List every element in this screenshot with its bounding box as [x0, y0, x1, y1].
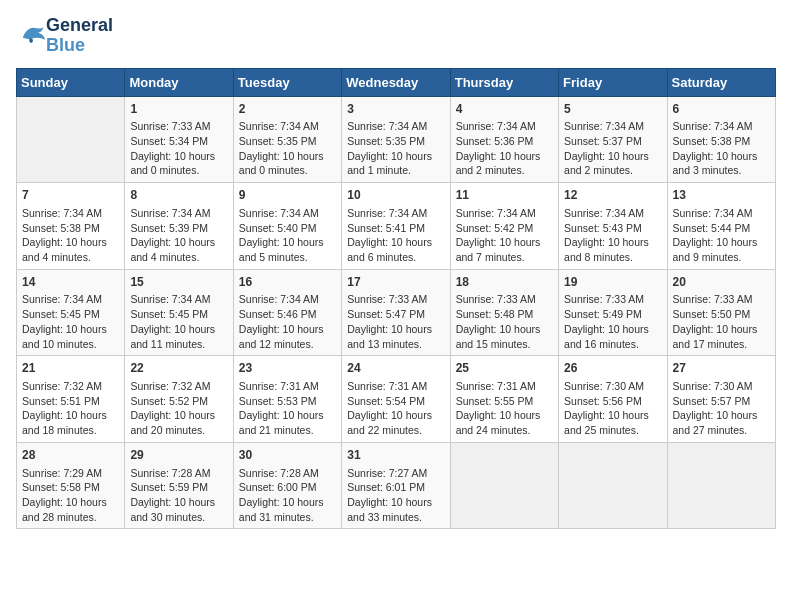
day-number: 1: [130, 101, 227, 118]
day-number: 6: [673, 101, 770, 118]
day-info: Sunrise: 7:34 AM Sunset: 5:38 PM Dayligh…: [673, 119, 770, 178]
calendar-cell: 6Sunrise: 7:34 AM Sunset: 5:38 PM Daylig…: [667, 96, 775, 183]
calendar-cell: 22Sunrise: 7:32 AM Sunset: 5:52 PM Dayli…: [125, 356, 233, 443]
calendar-cell: 1Sunrise: 7:33 AM Sunset: 5:34 PM Daylig…: [125, 96, 233, 183]
weekday-header-sunday: Sunday: [17, 68, 125, 96]
calendar-week-row: 28Sunrise: 7:29 AM Sunset: 5:58 PM Dayli…: [17, 442, 776, 529]
calendar-table: SundayMondayTuesdayWednesdayThursdayFrid…: [16, 68, 776, 530]
calendar-cell: 25Sunrise: 7:31 AM Sunset: 5:55 PM Dayli…: [450, 356, 558, 443]
calendar-cell: 19Sunrise: 7:33 AM Sunset: 5:49 PM Dayli…: [559, 269, 667, 356]
day-number: 23: [239, 360, 336, 377]
day-info: Sunrise: 7:32 AM Sunset: 5:51 PM Dayligh…: [22, 379, 119, 438]
day-info: Sunrise: 7:34 AM Sunset: 5:38 PM Dayligh…: [22, 206, 119, 265]
weekday-header-tuesday: Tuesday: [233, 68, 341, 96]
calendar-cell: 20Sunrise: 7:33 AM Sunset: 5:50 PM Dayli…: [667, 269, 775, 356]
calendar-cell: 4Sunrise: 7:34 AM Sunset: 5:36 PM Daylig…: [450, 96, 558, 183]
day-number: 3: [347, 101, 444, 118]
day-info: Sunrise: 7:29 AM Sunset: 5:58 PM Dayligh…: [22, 466, 119, 525]
calendar-cell: 21Sunrise: 7:32 AM Sunset: 5:51 PM Dayli…: [17, 356, 125, 443]
calendar-week-row: 1Sunrise: 7:33 AM Sunset: 5:34 PM Daylig…: [17, 96, 776, 183]
calendar-cell: 12Sunrise: 7:34 AM Sunset: 5:43 PM Dayli…: [559, 183, 667, 270]
weekday-header-wednesday: Wednesday: [342, 68, 450, 96]
day-number: 5: [564, 101, 661, 118]
calendar-cell: 2Sunrise: 7:34 AM Sunset: 5:35 PM Daylig…: [233, 96, 341, 183]
day-info: Sunrise: 7:28 AM Sunset: 6:00 PM Dayligh…: [239, 466, 336, 525]
calendar-cell: 23Sunrise: 7:31 AM Sunset: 5:53 PM Dayli…: [233, 356, 341, 443]
day-number: 2: [239, 101, 336, 118]
day-info: Sunrise: 7:34 AM Sunset: 5:44 PM Dayligh…: [673, 206, 770, 265]
day-info: Sunrise: 7:31 AM Sunset: 5:53 PM Dayligh…: [239, 379, 336, 438]
calendar-cell: 29Sunrise: 7:28 AM Sunset: 5:59 PM Dayli…: [125, 442, 233, 529]
calendar-cell: 28Sunrise: 7:29 AM Sunset: 5:58 PM Dayli…: [17, 442, 125, 529]
calendar-cell: 27Sunrise: 7:30 AM Sunset: 5:57 PM Dayli…: [667, 356, 775, 443]
day-info: Sunrise: 7:33 AM Sunset: 5:34 PM Dayligh…: [130, 119, 227, 178]
day-number: 27: [673, 360, 770, 377]
calendar-cell: [559, 442, 667, 529]
day-number: 15: [130, 274, 227, 291]
day-number: 20: [673, 274, 770, 291]
calendar-cell: 30Sunrise: 7:28 AM Sunset: 6:00 PM Dayli…: [233, 442, 341, 529]
calendar-cell: 8Sunrise: 7:34 AM Sunset: 5:39 PM Daylig…: [125, 183, 233, 270]
day-number: 8: [130, 187, 227, 204]
day-info: Sunrise: 7:33 AM Sunset: 5:47 PM Dayligh…: [347, 292, 444, 351]
calendar-cell: [450, 442, 558, 529]
day-number: 11: [456, 187, 553, 204]
calendar-cell: 13Sunrise: 7:34 AM Sunset: 5:44 PM Dayli…: [667, 183, 775, 270]
day-info: Sunrise: 7:34 AM Sunset: 5:41 PM Dayligh…: [347, 206, 444, 265]
day-info: Sunrise: 7:34 AM Sunset: 5:35 PM Dayligh…: [347, 119, 444, 178]
logo: General Blue: [16, 16, 113, 56]
day-info: Sunrise: 7:31 AM Sunset: 5:55 PM Dayligh…: [456, 379, 553, 438]
day-number: 12: [564, 187, 661, 204]
day-number: 14: [22, 274, 119, 291]
calendar-week-row: 14Sunrise: 7:34 AM Sunset: 5:45 PM Dayli…: [17, 269, 776, 356]
calendar-cell: [667, 442, 775, 529]
day-number: 10: [347, 187, 444, 204]
day-info: Sunrise: 7:30 AM Sunset: 5:56 PM Dayligh…: [564, 379, 661, 438]
day-number: 9: [239, 187, 336, 204]
day-info: Sunrise: 7:31 AM Sunset: 5:54 PM Dayligh…: [347, 379, 444, 438]
day-number: 28: [22, 447, 119, 464]
day-number: 4: [456, 101, 553, 118]
day-number: 17: [347, 274, 444, 291]
day-number: 16: [239, 274, 336, 291]
day-number: 13: [673, 187, 770, 204]
calendar-cell: 31Sunrise: 7:27 AM Sunset: 6:01 PM Dayli…: [342, 442, 450, 529]
day-info: Sunrise: 7:34 AM Sunset: 5:37 PM Dayligh…: [564, 119, 661, 178]
logo-bird-icon: [18, 23, 46, 45]
weekday-header-friday: Friday: [559, 68, 667, 96]
day-info: Sunrise: 7:33 AM Sunset: 5:48 PM Dayligh…: [456, 292, 553, 351]
day-info: Sunrise: 7:28 AM Sunset: 5:59 PM Dayligh…: [130, 466, 227, 525]
calendar-cell: 11Sunrise: 7:34 AM Sunset: 5:42 PM Dayli…: [450, 183, 558, 270]
day-number: 30: [239, 447, 336, 464]
calendar-cell: 3Sunrise: 7:34 AM Sunset: 5:35 PM Daylig…: [342, 96, 450, 183]
calendar-cell: 14Sunrise: 7:34 AM Sunset: 5:45 PM Dayli…: [17, 269, 125, 356]
day-number: 31: [347, 447, 444, 464]
calendar-cell: 5Sunrise: 7:34 AM Sunset: 5:37 PM Daylig…: [559, 96, 667, 183]
calendar-cell: 16Sunrise: 7:34 AM Sunset: 5:46 PM Dayli…: [233, 269, 341, 356]
day-info: Sunrise: 7:33 AM Sunset: 5:50 PM Dayligh…: [673, 292, 770, 351]
day-number: 21: [22, 360, 119, 377]
day-number: 29: [130, 447, 227, 464]
calendar-cell: 17Sunrise: 7:33 AM Sunset: 5:47 PM Dayli…: [342, 269, 450, 356]
logo-text: General Blue: [46, 16, 113, 56]
day-info: Sunrise: 7:34 AM Sunset: 5:36 PM Dayligh…: [456, 119, 553, 178]
day-info: Sunrise: 7:30 AM Sunset: 5:57 PM Dayligh…: [673, 379, 770, 438]
day-info: Sunrise: 7:32 AM Sunset: 5:52 PM Dayligh…: [130, 379, 227, 438]
day-info: Sunrise: 7:34 AM Sunset: 5:42 PM Dayligh…: [456, 206, 553, 265]
calendar-cell: 10Sunrise: 7:34 AM Sunset: 5:41 PM Dayli…: [342, 183, 450, 270]
calendar-week-row: 7Sunrise: 7:34 AM Sunset: 5:38 PM Daylig…: [17, 183, 776, 270]
weekday-header-saturday: Saturday: [667, 68, 775, 96]
day-info: Sunrise: 7:34 AM Sunset: 5:45 PM Dayligh…: [130, 292, 227, 351]
day-number: 19: [564, 274, 661, 291]
day-info: Sunrise: 7:34 AM Sunset: 5:46 PM Dayligh…: [239, 292, 336, 351]
calendar-cell: [17, 96, 125, 183]
day-info: Sunrise: 7:34 AM Sunset: 5:39 PM Dayligh…: [130, 206, 227, 265]
day-info: Sunrise: 7:34 AM Sunset: 5:45 PM Dayligh…: [22, 292, 119, 351]
calendar-cell: 24Sunrise: 7:31 AM Sunset: 5:54 PM Dayli…: [342, 356, 450, 443]
day-info: Sunrise: 7:33 AM Sunset: 5:49 PM Dayligh…: [564, 292, 661, 351]
calendar-cell: 7Sunrise: 7:34 AM Sunset: 5:38 PM Daylig…: [17, 183, 125, 270]
calendar-cell: 15Sunrise: 7:34 AM Sunset: 5:45 PM Dayli…: [125, 269, 233, 356]
day-number: 24: [347, 360, 444, 377]
weekday-header-row: SundayMondayTuesdayWednesdayThursdayFrid…: [17, 68, 776, 96]
calendar-cell: 9Sunrise: 7:34 AM Sunset: 5:40 PM Daylig…: [233, 183, 341, 270]
